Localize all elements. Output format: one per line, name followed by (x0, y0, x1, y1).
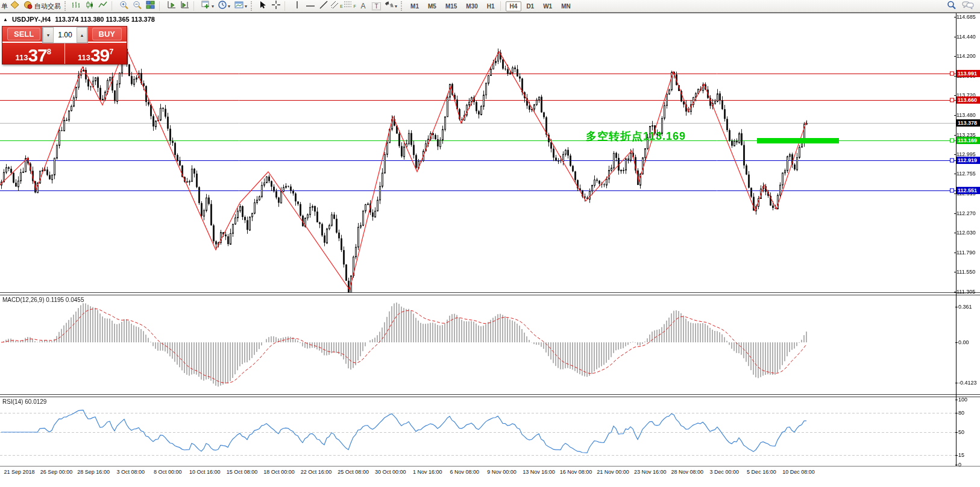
price-tick: 113.480 (956, 112, 980, 118)
indicators-button[interactable]: ▾ (199, 1, 216, 11)
vertical-line-icon (294, 1, 300, 11)
clock-icon (218, 1, 227, 11)
price-tick: 114.200 (956, 53, 980, 59)
autotrading-icon (24, 1, 33, 11)
chart-title: ▲ USDJPY-,H4 113.374 113.380 113.365 113… (3, 16, 155, 23)
price-axis-border (956, 13, 956, 477)
zoom-out-button[interactable] (131, 1, 143, 11)
timeframe-m5[interactable]: M5 (424, 1, 441, 11)
zoom-out-icon (133, 1, 142, 12)
volume-down-button[interactable]: ▼ (43, 27, 54, 43)
panel-collapse-arrow-icon[interactable]: ▲ (3, 17, 8, 22)
sell-price-whole: 113 (15, 52, 28, 64)
timeframe-h4[interactable]: H4 (506, 1, 522, 11)
horizontal-line-button[interactable] (304, 1, 316, 11)
crosshair-button[interactable] (269, 1, 282, 11)
search-button[interactable] (945, 1, 958, 11)
time-label: 30 Oct 00:00 (375, 469, 406, 475)
toolbar-grip[interactable] (64, 1, 68, 11)
label-tool-icon: T (372, 2, 380, 10)
time-label: 21 Nov 00:00 (597, 469, 629, 475)
green-zone-object (757, 138, 839, 143)
trendline-icon (319, 1, 328, 11)
timeframe-mn[interactable]: MN (557, 1, 575, 11)
channel-sub-label: E (340, 4, 343, 8)
tile-windows-icon (146, 1, 155, 11)
line-handle (950, 98, 954, 102)
cursor-button[interactable] (256, 1, 269, 11)
volume-input[interactable] (54, 27, 77, 43)
level-price-label: 112.551 (956, 187, 980, 194)
new-order-button[interactable] (8, 1, 21, 11)
rsi-tick: 100 (958, 397, 980, 403)
zoom-in-icon (119, 1, 129, 12)
toolbar-separator (284, 1, 289, 11)
toolbar-grip[interactable] (251, 1, 254, 11)
shapes-button[interactable]: ▾ (383, 1, 399, 11)
chat-icon (962, 1, 974, 12)
bar-chart-button[interactable] (70, 1, 83, 11)
timeframe-d1[interactable]: D1 (522, 1, 538, 11)
volume-up-button[interactable]: ▲ (77, 27, 87, 43)
equidistant-channel-button[interactable]: E (330, 1, 343, 11)
rsi-tick: 0 (958, 462, 980, 468)
crosshair-icon (272, 1, 280, 11)
sell-button[interactable]: SELL (7, 28, 40, 40)
text-tool-button[interactable]: A (357, 1, 369, 11)
candlestick-chart-button[interactable] (83, 1, 96, 11)
rsi-label: RSI(14) 60.0129 (2, 398, 46, 405)
templates-button[interactable]: ▾ (233, 1, 249, 11)
timeframe-w1[interactable]: W1 (539, 1, 556, 11)
buy-price[interactable]: 113 39 7 (65, 43, 127, 65)
timeframe-h1[interactable]: H1 (483, 1, 499, 11)
dropdown-arrow-icon: ▾ (212, 4, 214, 9)
timeframe-m15[interactable]: M15 (441, 1, 461, 11)
order-menu-label[interactable]: 单 (1, 2, 8, 11)
macd-indicator-canvas[interactable] (0, 295, 956, 394)
buy-button[interactable]: BUY (92, 28, 122, 40)
line-handle (950, 138, 954, 142)
time-label: 23 Nov 16:00 (634, 469, 667, 475)
autotrading-button[interactable]: 自动交易 (22, 1, 63, 11)
line-handle (950, 188, 954, 192)
time-label: 10 Oct 16:00 (189, 469, 221, 475)
time-label: 13 Nov 16:00 (523, 469, 555, 475)
text-tool-icon: A (361, 2, 366, 10)
chart-annotation-text: 多空转折点113.169 (586, 129, 686, 143)
chart-shift-icon (180, 1, 190, 11)
chart-ohlc-values: 113.374 113.380 113.365 113.378 (55, 16, 155, 23)
auto-scroll-button[interactable] (165, 1, 178, 11)
one-click-trade-panel: SELL 113 37 8 BUY 113 39 7 ▼ ▲ (2, 26, 127, 64)
time-label: 6 Nov 08:00 (450, 469, 480, 475)
rsi-tick: 15 (958, 452, 980, 458)
time-label: 28 Nov 08:00 (671, 469, 703, 475)
auto-scroll-icon (167, 1, 177, 11)
main-price-chart-canvas[interactable] (0, 13, 956, 292)
toolbar-grip[interactable] (401, 1, 404, 11)
timeframe-m1[interactable]: M1 (406, 1, 423, 11)
rsi-tick: 50 (958, 429, 980, 435)
zoom-in-button[interactable] (118, 1, 130, 11)
vertical-line-button[interactable] (291, 1, 303, 11)
sell-price[interactable]: 113 37 8 (2, 43, 64, 65)
volume-box: ▼ ▲ (42, 27, 88, 43)
fibonacci-button[interactable]: F (344, 1, 356, 11)
label-tool-button[interactable]: T (370, 1, 383, 11)
periods-button[interactable]: ▾ (216, 1, 232, 11)
time-label: 25 Oct 08:00 (338, 469, 369, 475)
new-order-icon (10, 1, 19, 11)
fibo-sub-label: F (353, 4, 356, 8)
time-axis[interactable]: 21 Sep 201826 Sep 00:0028 Sep 16:003 Oct… (0, 466, 980, 478)
timeframe-m30[interactable]: M30 (462, 1, 482, 11)
chat-button[interactable] (961, 1, 974, 11)
tile-windows-button[interactable] (144, 1, 157, 11)
sell-price-point: 8 (47, 43, 51, 61)
dropdown-arrow-icon: ▾ (228, 4, 230, 9)
line-chart-button[interactable] (96, 1, 109, 11)
indicators-icon (201, 1, 211, 11)
rsi-indicator-canvas[interactable] (0, 397, 956, 466)
chart-shift-button[interactable] (178, 1, 191, 11)
time-label: 10 Dec 08:00 (782, 469, 815, 475)
shapes-icon (385, 1, 394, 11)
trendline-button[interactable] (317, 1, 330, 11)
